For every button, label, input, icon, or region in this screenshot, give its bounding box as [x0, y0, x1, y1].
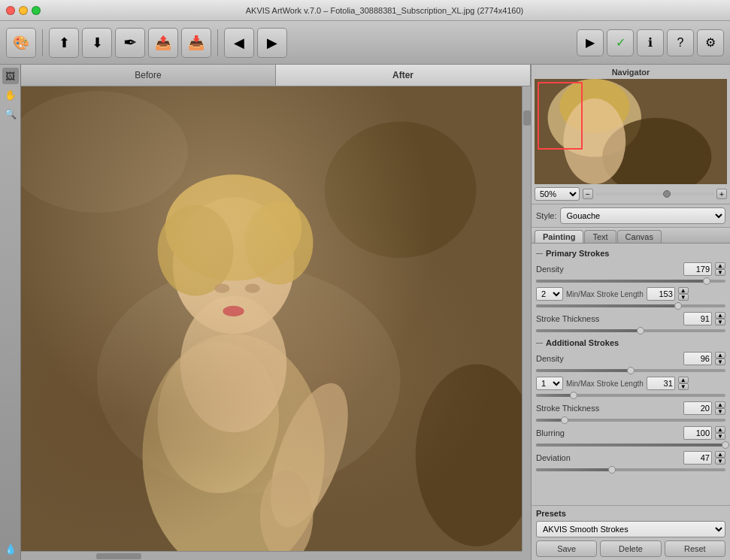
- canvas-viewport[interactable]: [21, 86, 522, 551]
- zoom-slider[interactable]: [596, 192, 713, 195]
- tab-painting[interactable]: Painting: [535, 230, 583, 243]
- save-button[interactable]: ⬇: [82, 28, 112, 58]
- tool-select[interactable]: 🖼: [2, 68, 19, 84]
- primary-strokes-header: Primary Strokes: [536, 247, 725, 259]
- load-original-button[interactable]: ⬆: [49, 28, 79, 58]
- preset-delete-button[interactable]: Delete: [600, 540, 661, 557]
- deviation-up[interactable]: ▲: [715, 451, 725, 458]
- minmax-additional-down[interactable]: ▼: [678, 383, 689, 390]
- density-value[interactable]: 179: [683, 262, 712, 276]
- stroke-thickness-primary-down[interactable]: ▼: [715, 319, 725, 325]
- horizontal-scrollbar[interactable]: [21, 551, 522, 560]
- density-additional-thumb[interactable]: [627, 367, 635, 374]
- stroke-thickness-primary-slider[interactable]: [536, 329, 725, 332]
- redo-button[interactable]: ▶: [257, 28, 287, 58]
- stroke-thickness-additional-down[interactable]: ▼: [715, 408, 725, 415]
- minmax-additional-fill: [536, 394, 574, 397]
- import-button[interactable]: 📥: [181, 28, 211, 58]
- blurring-slider[interactable]: [536, 443, 725, 446]
- minmax-primary-select[interactable]: 213: [536, 287, 563, 301]
- apply-button[interactable]: ✓: [607, 29, 634, 56]
- close-button[interactable]: [6, 6, 15, 15]
- presets-title: Presets: [536, 509, 725, 518]
- density-down[interactable]: ▼: [715, 269, 725, 276]
- undo-button[interactable]: ◀: [224, 28, 254, 58]
- minmax-additional-slider[interactable]: [536, 394, 725, 397]
- zoom-slider-thumb[interactable]: [663, 190, 671, 198]
- logo-button[interactable]: 🎨: [6, 28, 36, 58]
- blurring-stepper[interactable]: ▲ ▼: [715, 426, 725, 440]
- tool-hand[interactable]: ✋: [2, 86, 19, 103]
- minmax-additional-stepper[interactable]: ▲ ▼: [678, 377, 689, 390]
- run-button[interactable]: ▶: [577, 29, 604, 56]
- stroke-thickness-primary-thumb[interactable]: [637, 327, 644, 334]
- deviation-value[interactable]: 47: [683, 451, 712, 465]
- paint-button[interactable]: ✒: [115, 28, 145, 58]
- preset-reset-button[interactable]: Reset: [665, 540, 725, 557]
- tab-after[interactable]: After: [276, 65, 531, 86]
- density-additional-up[interactable]: ▲: [715, 352, 725, 359]
- info-button[interactable]: ℹ: [637, 29, 664, 56]
- stroke-thickness-primary-up[interactable]: ▲: [715, 312, 725, 319]
- export-button[interactable]: 📤: [148, 28, 178, 58]
- help-button[interactable]: ?: [667, 29, 694, 56]
- tab-text[interactable]: Text: [584, 230, 616, 243]
- density-additional-value[interactable]: 96: [683, 352, 712, 365]
- tab-canvas[interactable]: Canvas: [617, 230, 662, 243]
- presets-section: Presets AKVIS Smooth Strokes Save Delete…: [532, 505, 730, 560]
- stroke-thickness-additional-stepper[interactable]: ▲ ▼: [715, 401, 725, 415]
- minmax-primary-down[interactable]: ▼: [678, 294, 689, 301]
- minmax-additional-select[interactable]: 123: [536, 377, 563, 390]
- vertical-scrollbar[interactable]: [522, 86, 531, 551]
- navigator-viewport-rect[interactable]: [538, 82, 583, 150]
- density-up[interactable]: ▲: [715, 262, 725, 269]
- left-tools: 🖼 ✋ 🔍 💧: [0, 65, 21, 560]
- traffic-lights[interactable]: [6, 6, 41, 15]
- deviation-stepper[interactable]: ▲ ▼: [715, 451, 725, 465]
- density-additional-slider-row: [536, 368, 725, 374]
- minmax-additional-up[interactable]: ▲: [678, 377, 689, 383]
- scrollbar-thumb-h[interactable]: [96, 553, 141, 559]
- blurring-thumb[interactable]: [722, 441, 729, 449]
- stroke-thickness-primary-value[interactable]: 91: [683, 312, 712, 325]
- density-stepper[interactable]: ▲ ▼: [715, 262, 725, 276]
- stroke-thickness-additional-slider[interactable]: [536, 419, 725, 422]
- zoom-in-button[interactable]: +: [716, 189, 727, 199]
- blurring-value[interactable]: 100: [683, 426, 712, 440]
- minmax-primary-value[interactable]: 153: [647, 287, 675, 301]
- canvas-tabs: Before After: [21, 65, 531, 86]
- tab-before[interactable]: Before: [21, 65, 276, 86]
- deviation-slider[interactable]: [536, 468, 725, 471]
- minimize-button[interactable]: [19, 6, 28, 15]
- tool-zoom[interactable]: 🔍: [2, 105, 19, 122]
- minmax-primary-up[interactable]: ▲: [678, 287, 689, 294]
- stroke-thickness-additional-up[interactable]: ▲: [715, 401, 725, 408]
- density-additional-slider[interactable]: [536, 369, 725, 372]
- preset-save-button[interactable]: Save: [536, 540, 597, 557]
- density-row: Density 179 ▲ ▼: [536, 262, 725, 276]
- density-slider[interactable]: [536, 280, 725, 283]
- deviation-thumb[interactable]: [608, 466, 616, 474]
- minmax-additional-value[interactable]: 31: [647, 377, 675, 390]
- blurring-up[interactable]: ▲: [715, 426, 725, 433]
- minmax-primary-stepper[interactable]: ▲ ▼: [678, 287, 689, 301]
- tool-dropper[interactable]: 💧: [2, 540, 19, 557]
- settings-button[interactable]: ⚙: [697, 29, 724, 56]
- blurring-down[interactable]: ▼: [715, 433, 725, 440]
- zoom-out-button[interactable]: −: [583, 189, 593, 199]
- minmax-additional-thumb[interactable]: [570, 392, 577, 399]
- maximize-button[interactable]: [32, 6, 41, 15]
- stroke-thickness-primary-stepper[interactable]: ▲ ▼: [715, 312, 725, 325]
- stroke-thickness-additional-value[interactable]: 20: [683, 401, 712, 415]
- minmax-primary-slider[interactable]: [536, 304, 725, 307]
- style-select[interactable]: Gouache Oil Watercolor: [560, 207, 725, 224]
- stroke-thickness-additional-thumb[interactable]: [561, 416, 568, 424]
- density-additional-down[interactable]: ▼: [715, 359, 725, 365]
- zoom-select[interactable]: 50%25%75%100%: [535, 187, 580, 201]
- scrollbar-thumb-v[interactable]: [523, 110, 531, 126]
- presets-select[interactable]: AKVIS Smooth Strokes: [536, 521, 725, 537]
- minmax-primary-thumb[interactable]: [674, 302, 682, 310]
- density-slider-thumb[interactable]: [703, 277, 710, 285]
- density-additional-stepper[interactable]: ▲ ▼: [715, 352, 725, 365]
- deviation-down[interactable]: ▼: [715, 458, 725, 465]
